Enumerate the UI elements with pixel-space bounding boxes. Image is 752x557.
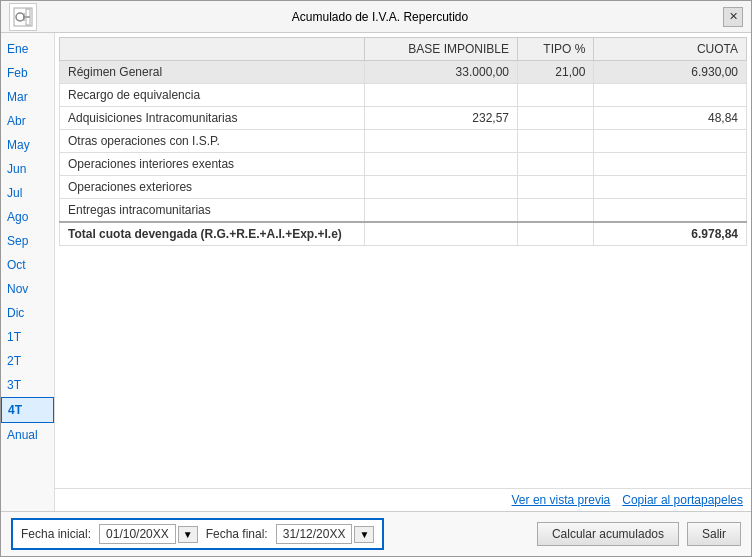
fecha-inicial-label: Fecha inicial:: [21, 527, 91, 541]
table-row: Régimen General33.000,0021,006.930,00: [60, 61, 747, 84]
fecha-final-input[interactable]: 31/12/20XX ▼: [276, 524, 375, 544]
col-base-imponible: BASE IMPONIBLE: [365, 38, 518, 61]
fecha-inicial-arrow[interactable]: ▼: [178, 526, 198, 543]
col-tipo: TIPO %: [518, 38, 594, 61]
row-cuota: 6.930,00: [594, 61, 747, 84]
fecha-inicial-value: 01/10/20XX: [99, 524, 176, 544]
row-description: Operaciones exteriores: [60, 176, 365, 199]
total-cuota: 6.978,84: [594, 222, 747, 246]
row-tipo: [518, 84, 594, 107]
preview-link[interactable]: Ver en vista previa: [512, 493, 611, 507]
row-base-imponible: 33.000,00: [365, 61, 518, 84]
col-description: [60, 38, 365, 61]
sidebar-item-dic[interactable]: Dic: [1, 301, 54, 325]
row-base-imponible: 232,57: [365, 107, 518, 130]
sidebar-item-oct[interactable]: Oct: [1, 253, 54, 277]
btn-section: Calcular acumulados Salir: [537, 522, 741, 546]
row-cuota: [594, 176, 747, 199]
row-tipo: [518, 130, 594, 153]
row-description: Recargo de equivalencia: [60, 84, 365, 107]
fecha-final-label: Fecha final:: [206, 527, 268, 541]
row-description: Otras operaciones con I.S.P.: [60, 130, 365, 153]
salir-button[interactable]: Salir: [687, 522, 741, 546]
table-row: Recargo de equivalencia: [60, 84, 747, 107]
total-tipo: [518, 222, 594, 246]
fecha-inicial-input[interactable]: 01/10/20XX ▼: [99, 524, 198, 544]
row-base-imponible: [365, 84, 518, 107]
total-description: Total cuota devengada (R.G.+R.E.+A.I.+Ex…: [60, 222, 365, 246]
col-cuota: CUOTA: [594, 38, 747, 61]
row-tipo: [518, 107, 594, 130]
sidebar-item-ene[interactable]: Ene: [1, 37, 54, 61]
sidebar-item-3t[interactable]: 3T: [1, 373, 54, 397]
sidebar-item-feb[interactable]: Feb: [1, 61, 54, 85]
table-container: BASE IMPONIBLE TIPO % CUOTA Régimen Gene…: [55, 33, 751, 488]
row-cuota: 48,84: [594, 107, 747, 130]
sidebar-item-abr[interactable]: Abr: [1, 109, 54, 133]
fecha-final-arrow[interactable]: ▼: [354, 526, 374, 543]
sidebar-item-mar[interactable]: Mar: [1, 85, 54, 109]
table-row: Otras operaciones con I.S.P.: [60, 130, 747, 153]
table-row: Entregas intracomunitarias: [60, 199, 747, 223]
total-row: Total cuota devengada (R.G.+R.E.+A.I.+Ex…: [60, 222, 747, 246]
copy-link[interactable]: Copiar al portapapeles: [622, 493, 743, 507]
title-bar: Acumulado de I.V.A. Repercutido ✕: [1, 1, 751, 33]
row-tipo: 21,00: [518, 61, 594, 84]
footer: Fecha inicial: 01/10/20XX ▼ Fecha final:…: [1, 511, 751, 556]
row-description: Operaciones interiores exentas: [60, 153, 365, 176]
row-description: Régimen General: [60, 61, 365, 84]
sidebar-item-nov[interactable]: Nov: [1, 277, 54, 301]
total-base: [365, 222, 518, 246]
row-base-imponible: [365, 176, 518, 199]
sidebar-item-anual[interactable]: Anual: [1, 423, 54, 447]
row-base-imponible: [365, 199, 518, 223]
sidebar-item-1t[interactable]: 1T: [1, 325, 54, 349]
close-button[interactable]: ✕: [723, 7, 743, 27]
row-cuota: [594, 199, 747, 223]
content-area: EneFebMarAbrMayJunJulAgoSepOctNovDic1T2T…: [1, 33, 751, 511]
sidebar-item-jul[interactable]: Jul: [1, 181, 54, 205]
table-row: Operaciones interiores exentas: [60, 153, 747, 176]
bottom-bar: Ver en vista previa Copiar al portapapel…: [55, 488, 751, 511]
main-window: Acumulado de I.V.A. Repercutido ✕ EneFeb…: [0, 0, 752, 557]
app-icon: [9, 3, 37, 31]
title-bar-left: [9, 3, 37, 31]
sidebar-item-jun[interactable]: Jun: [1, 157, 54, 181]
row-base-imponible: [365, 130, 518, 153]
date-section: Fecha inicial: 01/10/20XX ▼ Fecha final:…: [11, 518, 384, 550]
row-description: Adquisiciones Intracomunitarias: [60, 107, 365, 130]
row-description: Entregas intracomunitarias: [60, 199, 365, 223]
row-cuota: [594, 84, 747, 107]
sidebar-item-may[interactable]: May: [1, 133, 54, 157]
row-base-imponible: [365, 153, 518, 176]
row-tipo: [518, 199, 594, 223]
row-cuota: [594, 153, 747, 176]
sidebar: EneFebMarAbrMayJunJulAgoSepOctNovDic1T2T…: [1, 33, 55, 511]
fecha-final-value: 31/12/20XX: [276, 524, 353, 544]
table-row: Adquisiciones Intracomunitarias232,5748,…: [60, 107, 747, 130]
sidebar-item-sep[interactable]: Sep: [1, 229, 54, 253]
row-tipo: [518, 153, 594, 176]
sidebar-item-ago[interactable]: Ago: [1, 205, 54, 229]
sidebar-item-2t[interactable]: 2T: [1, 349, 54, 373]
row-cuota: [594, 130, 747, 153]
title-center: Acumulado de I.V.A. Repercutido: [37, 10, 723, 24]
svg-point-1: [16, 13, 24, 21]
window-title: Acumulado de I.V.A. Repercutido: [292, 10, 468, 24]
sidebar-item-4t[interactable]: 4T: [1, 397, 54, 423]
row-tipo: [518, 176, 594, 199]
main-area: BASE IMPONIBLE TIPO % CUOTA Régimen Gene…: [55, 33, 751, 511]
table-row: Operaciones exteriores: [60, 176, 747, 199]
calcular-button[interactable]: Calcular acumulados: [537, 522, 679, 546]
iva-table: BASE IMPONIBLE TIPO % CUOTA Régimen Gene…: [59, 37, 747, 246]
